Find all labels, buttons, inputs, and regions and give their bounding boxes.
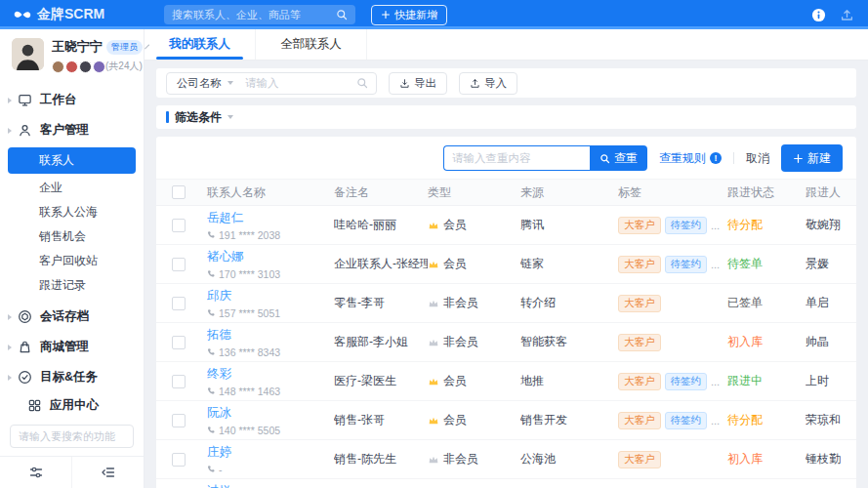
app-logo: 金牌SCRM — [14, 6, 158, 23]
contact-name-link[interactable]: 过悦 — [207, 484, 231, 488]
tags-overflow-ellipsis: ... — [711, 376, 720, 387]
tag-pill: 待签约 — [665, 256, 708, 273]
table-row[interactable]: 庄婷-销售-陈先生非会员公海池大客户初入库锺枝勤 — [156, 440, 856, 479]
field-selector-dropdown[interactable]: 公司名称 — [167, 76, 237, 91]
sidebar-item-workbench[interactable]: 工作台 — [0, 85, 144, 115]
sidebar-item-mall-management[interactable]: 商城管理 — [0, 332, 144, 362]
contact-name-link[interactable]: 终彩 — [207, 367, 231, 381]
sidebar-item-goals-tasks[interactable]: 目标&任务 — [0, 362, 144, 391]
sidebar-subitem-active[interactable]: 联系人 — [8, 147, 136, 174]
row-checkbox[interactable] — [172, 336, 186, 349]
sidebar-subitem-item[interactable]: 联系人公海 — [0, 200, 144, 224]
customer-icon — [18, 123, 32, 138]
sidebar-item-app-center[interactable]: 应用中心 — [0, 391, 144, 419]
sidebar-subitem-item[interactable]: 销售机会 — [0, 224, 144, 249]
create-new-button[interactable]: 新建 — [781, 144, 843, 172]
field-search-input[interactable]: 请输入 — [237, 76, 356, 91]
select-all-checkbox[interactable] — [172, 185, 186, 199]
import-icon — [470, 78, 480, 89]
table-row[interactable]: 拓德136 **** 8343客服部-李小姐非会员智能获客大客户初入库帅晶 — [156, 323, 856, 362]
target-check-icon — [18, 370, 32, 385]
phone-icon — [207, 465, 216, 473]
contact-name-link[interactable]: 岳超仁 — [207, 211, 244, 224]
contact-name-link[interactable]: 邱庆 — [207, 289, 231, 303]
table-row[interactable]: 岳超仁191 **** 2038哇哈哈-丽丽会员腾讯大客户待签约...待分配敬婉… — [156, 206, 856, 245]
contact-name-link[interactable]: 庄婷 — [207, 445, 231, 459]
row-checkbox[interactable] — [172, 219, 186, 232]
tags-cell: 大客户待签约... — [618, 412, 727, 429]
row-checkbox[interactable] — [172, 453, 186, 467]
collapse-icon — [101, 465, 116, 480]
expand-arrow-icon — [8, 314, 12, 320]
row-checkbox[interactable] — [172, 414, 186, 427]
quick-add-button[interactable]: 快捷新增 — [371, 5, 447, 25]
import-button[interactable]: 导入 — [459, 72, 517, 95]
sidebar-subitem-item[interactable]: 客户回收站 — [0, 249, 144, 273]
team-member-avatar — [79, 61, 92, 73]
source: 智能获客 — [520, 334, 618, 350]
tags-cell: 大客户 — [618, 334, 727, 351]
contact-name-link[interactable]: 拓德 — [207, 328, 231, 342]
tab-my-contacts[interactable]: 我的联系人 — [145, 29, 256, 60]
sidebar-bottom-bar — [0, 456, 144, 488]
function-search-input[interactable]: 请输入要搜索的功能 — [10, 425, 134, 448]
archive-box-icon — [18, 309, 32, 324]
table-row[interactable]: 褚心娜170 **** 3103企业联系人-张经理会员链家大客户待签约...待签… — [156, 245, 856, 284]
team-member-count: (共24人) — [105, 60, 143, 73]
crown-icon — [428, 337, 439, 348]
table-row[interactable]: 终彩148 **** 1463医疗-梁医生会员地推大客户待签约...跟进中上时 — [156, 362, 856, 401]
chevron-down-icon — [227, 81, 233, 85]
member-type: 非会员 — [428, 451, 520, 468]
search-icon[interactable] — [356, 77, 368, 89]
remark-name: 哇哈哈-丽丽 — [334, 217, 428, 233]
sidebar-subitem-item[interactable]: 企业 — [0, 176, 144, 200]
follower: 上时 — [806, 373, 841, 389]
team-member-avatar — [93, 61, 105, 73]
sidebar-item-conversation-archive[interactable]: 会话存档 — [0, 302, 144, 332]
accent-bar — [166, 111, 169, 123]
crown-icon — [428, 298, 439, 309]
upload-icon[interactable] — [840, 8, 854, 22]
row-checkbox[interactable] — [172, 258, 186, 271]
cancel-button[interactable]: 取消 — [746, 150, 769, 167]
row-checkbox[interactable] — [172, 375, 186, 388]
row-checkbox[interactable] — [172, 297, 186, 310]
filter-conditions-toggle[interactable]: 筛选条件 — [156, 105, 856, 129]
tags-overflow-ellipsis: ... — [711, 415, 720, 427]
dedupe-search-input[interactable]: 请输入查重内容 — [443, 145, 590, 171]
contacts-table-panel: 请输入查重内容 查重 查重规则 ! 取消 新建 — [156, 137, 856, 488]
member-type: 会员 — [428, 373, 520, 389]
tags-overflow-ellipsis: ... — [711, 220, 720, 231]
table-row[interactable]: 邱庆157 **** 5051零售-李哥非会员转介绍大客户已签单单启 — [156, 284, 856, 323]
tag-pill: 大客户 — [618, 217, 661, 234]
global-search-input[interactable]: 搜索联系人、企业、商品等 — [164, 5, 355, 24]
table-row[interactable]: 阮冰140 **** 5505销售-张哥会员销售开发大客户待签约...待分配荣琼… — [156, 401, 856, 440]
function-search-placeholder: 请输入要搜索的功能 — [19, 429, 115, 444]
tag-pill: 大客户 — [618, 256, 661, 273]
dedupe-check-button[interactable]: 查重 — [590, 145, 647, 171]
phone-icon — [207, 386, 216, 395]
contact-name-link[interactable]: 褚心娜 — [207, 250, 244, 264]
follower: 帅晶 — [806, 334, 841, 350]
tab-all-contacts[interactable]: 全部联系人 — [256, 29, 367, 60]
menu-settings-button[interactable] — [0, 457, 71, 488]
user-profile-block[interactable]: 王晓宁宁 管理员 (共24人) — [0, 29, 144, 77]
collapse-sidebar-button[interactable] — [71, 457, 144, 488]
phone-icon — [207, 269, 216, 278]
expand-arrow-icon — [8, 128, 12, 134]
sidebar-subitem-item[interactable]: 跟进记录 — [0, 273, 144, 298]
team-avatars — [52, 61, 105, 73]
shopping-bag-icon — [18, 340, 32, 354]
help-info-icon[interactable] — [811, 8, 826, 22]
export-button[interactable]: 导出 — [389, 72, 447, 95]
contact-name-link[interactable]: 阮冰 — [207, 406, 231, 420]
crown-icon — [428, 376, 439, 387]
contact-phone: 140 **** 5505 — [207, 425, 334, 436]
expand-arrow-icon — [8, 345, 12, 350]
main-content: 我的联系人 全部联系人 公司名称 请输入 导出 导入 — [145, 29, 868, 488]
table-row[interactable]: 过悦132 **** 9637房地产-张会员来源大客户待签约...已签单吉聪媛 — [156, 479, 856, 488]
phone-icon — [207, 308, 216, 317]
contact-phone: 136 **** 8343 — [207, 346, 334, 358]
dedupe-rules-link[interactable]: 查重规则 ! — [659, 150, 722, 167]
sidebar-item-customer-management[interactable]: 客户管理 — [0, 115, 144, 145]
